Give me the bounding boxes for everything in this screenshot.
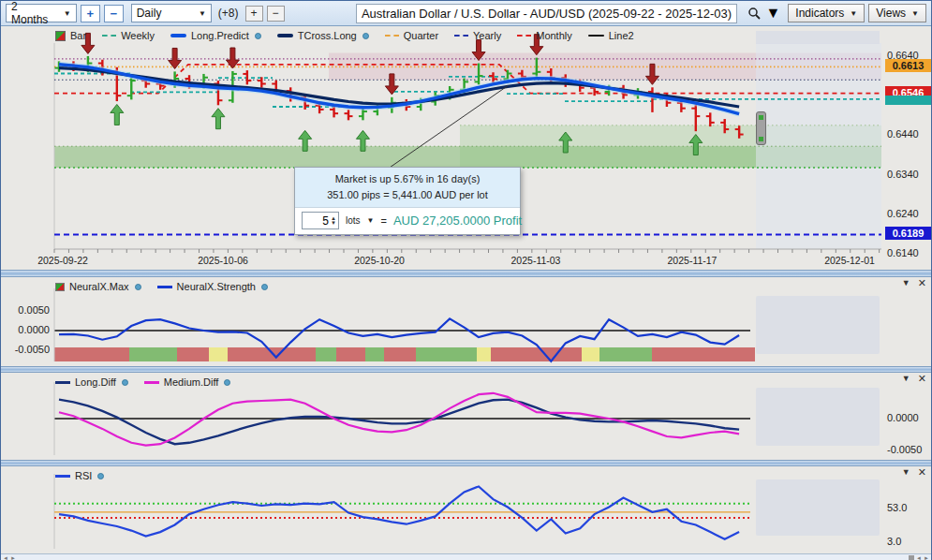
range-select[interactable]: 2 Months ▼ xyxy=(6,4,77,22)
legend-item-long-diff[interactable]: Long.Diff xyxy=(55,376,128,388)
legend-label: Bar xyxy=(70,30,86,41)
y-axis-label: 0.6440 xyxy=(887,128,919,140)
range-select-value: 2 Months xyxy=(11,0,56,26)
scroll-left-icon[interactable]: ◄ xyxy=(3,555,8,560)
legend-item-quarter[interactable]: Quarter xyxy=(385,30,438,41)
x-axis-date-label: 2025-11-17 xyxy=(652,255,732,266)
legend-label: Yearly xyxy=(473,30,501,41)
bars-offset-label: (+8) xyxy=(218,7,239,20)
info-dot-icon[interactable] xyxy=(122,379,128,386)
scroll-right-icon[interactable]: ► xyxy=(924,555,929,560)
prediction-slider-handle[interactable] xyxy=(756,111,766,145)
legend-label: Weekly xyxy=(121,30,155,41)
panel-collapse-icon[interactable]: ▼ xyxy=(902,374,910,383)
scroll-left-controls[interactable]: ◄ ► xyxy=(3,555,16,560)
y-axis-price-badge: 0.6613 xyxy=(885,59,931,72)
bottom-scrollbar[interactable]: ◄ ► ◄ ► xyxy=(1,553,931,560)
chevron-down-icon[interactable]: ▼ xyxy=(367,216,375,225)
legend-label: Monthly xyxy=(536,30,572,41)
panel-controls: ▼ ✕ xyxy=(902,278,926,287)
legend-item-weekly[interactable]: Weekly xyxy=(102,30,155,41)
panel-collapse-icon[interactable]: ▼ xyxy=(902,467,910,477)
profit-value: AUD 27,205.0000 Profit xyxy=(393,214,522,228)
y-axis-label: 0.6240 xyxy=(887,208,919,219)
chevron-down-icon: ▼ xyxy=(765,5,780,22)
tcross-long-line-icon xyxy=(277,34,293,37)
bars-minus-button[interactable]: − xyxy=(267,6,285,22)
legend-label: Long.Predict xyxy=(191,30,249,41)
y-axis-label: 3.0 xyxy=(887,536,901,547)
y-axis-price-badge xyxy=(885,96,931,105)
pane-separator[interactable] xyxy=(1,270,931,277)
indicators-button[interactable]: Indicators ▼ xyxy=(788,4,865,22)
legend-item-medium-diff[interactable]: Medium.Diff xyxy=(144,376,230,388)
buy-signal-arrow xyxy=(212,109,225,129)
info-dot-icon[interactable] xyxy=(255,33,261,39)
scroll-left-icon[interactable]: ◄ xyxy=(916,555,922,560)
info-dot-icon[interactable] xyxy=(224,379,230,386)
y-axis-price-badge: 0.6189 xyxy=(885,227,931,240)
market-move-text: Market is up 5.67% in 16 day(s) xyxy=(299,171,516,187)
range-zoom-in-button[interactable]: + xyxy=(81,5,100,22)
y-axis-label: 0.0000 xyxy=(887,412,919,423)
legend-label: TCross.Long xyxy=(298,30,357,41)
stepper-down-icon[interactable]: ▼ xyxy=(331,221,336,226)
y-axis-label: 0.0050 xyxy=(7,304,50,316)
profit-tooltip-row: ▲ ▼ lots ▼ = AUD 27,205.0000 Profit xyxy=(295,208,520,234)
legend-item-neuralx-max[interactable]: NeuralX.Max xyxy=(55,281,141,292)
main-chart-legend: Bar Weekly Long.Predict TCross.Long Quar… xyxy=(55,29,634,42)
legend-item-long-predict[interactable]: Long.Predict xyxy=(170,30,261,41)
interval-select[interactable]: Daily ▼ xyxy=(131,4,212,22)
info-dot-icon[interactable] xyxy=(97,473,104,479)
neuralx-pane: NeuralX.Max NeuralX.Strength ▼ ✕ 0.00500… xyxy=(1,277,931,366)
lots-input[interactable] xyxy=(303,214,329,228)
legend-item-line2[interactable]: Line2 xyxy=(588,30,634,41)
bars-plus-button[interactable]: + xyxy=(245,6,263,22)
symbol-title: Australian Dollar / U.S. Dollar - AUD/US… xyxy=(362,7,732,21)
legend-label: Line2 xyxy=(609,30,634,41)
panel-close-icon[interactable]: ✕ xyxy=(918,375,926,383)
x-axis-date-label: 2025-11-03 xyxy=(496,255,576,266)
rsi-legend: RSI xyxy=(55,469,104,482)
legend-item-yearly[interactable]: Yearly xyxy=(454,30,501,41)
profit-tooltip: Market is up 5.67% in 16 day(s) 351.00 p… xyxy=(294,167,521,235)
legend-item-monthly[interactable]: Monthly xyxy=(517,30,572,41)
pane-separator[interactable] xyxy=(1,366,931,373)
search-icon xyxy=(747,7,762,21)
views-button[interactable]: Views ▼ xyxy=(868,4,926,22)
legend-item-bar[interactable]: Bar xyxy=(55,30,86,41)
chevron-down-icon: ▼ xyxy=(850,9,857,18)
legend-item-rsi[interactable]: RSI xyxy=(55,470,104,481)
legend-label: RSI xyxy=(75,470,92,481)
long-diff-line-icon xyxy=(55,381,70,384)
y-axis-label: 0.0000 xyxy=(7,324,50,335)
scroll-right-icon[interactable]: ► xyxy=(10,555,16,560)
info-dot-icon[interactable] xyxy=(261,284,268,290)
y-axis-label: 0.6340 xyxy=(887,169,919,180)
legend-label: NeuralX.Strength xyxy=(177,281,256,292)
panel-close-icon[interactable]: ✕ xyxy=(918,468,926,477)
symbol-title-box[interactable]: Australian Dollar / U.S. Dollar - AUD/US… xyxy=(356,4,738,23)
legend-item-tcross-long[interactable]: TCross.Long xyxy=(277,30,369,41)
future-zone-placeholder xyxy=(756,388,880,446)
info-dot-icon[interactable] xyxy=(135,284,141,290)
bar-series-icon xyxy=(55,31,66,41)
legend-item-neuralx-strength[interactable]: NeuralX.Strength xyxy=(157,281,268,292)
rsi-pane: RSI ▼ ✕ 53.03.0 xyxy=(1,466,931,553)
lots-stepper[interactable]: ▲ ▼ xyxy=(329,216,338,226)
chevron-down-icon: ▼ xyxy=(911,9,919,18)
panel-controls: ▼ ✕ xyxy=(902,374,926,383)
scroll-right-controls[interactable]: ◄ ► xyxy=(909,555,929,560)
scroll-thumb[interactable] xyxy=(909,555,914,560)
range-zoom-out-button[interactable]: − xyxy=(104,5,124,22)
y-axis-label: -0.0050 xyxy=(7,344,50,355)
legend-label: Medium.Diff xyxy=(164,376,218,388)
toolbar: 2 Months ▼ + − Daily ▼ (+8) + − Australi… xyxy=(1,1,931,26)
panel-close-icon[interactable]: ✕ xyxy=(918,279,926,287)
pane-separator[interactable] xyxy=(1,460,931,466)
info-dot-icon[interactable] xyxy=(362,33,369,39)
weekly-line-icon xyxy=(102,35,116,37)
lots-input-box[interactable]: ▲ ▼ xyxy=(302,212,339,229)
panel-collapse-icon[interactable]: ▼ xyxy=(902,278,910,287)
search-control[interactable]: ▼ xyxy=(747,5,780,22)
